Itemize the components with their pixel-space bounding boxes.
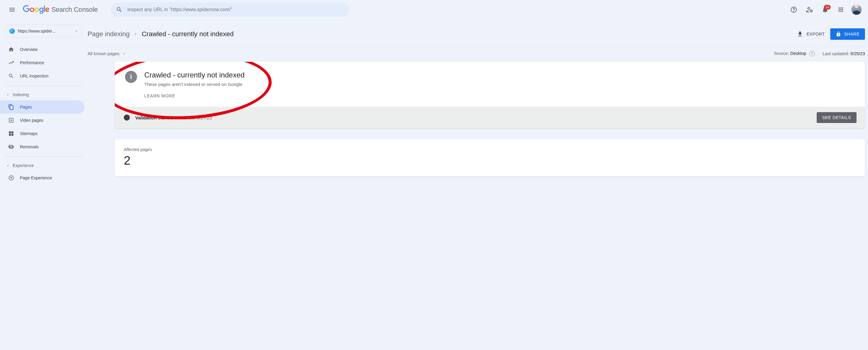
nav-performance[interactable]: Performance xyxy=(0,56,85,69)
breadcrumb-parent[interactable]: Page indexing xyxy=(88,30,129,38)
validation-status: Validation started xyxy=(135,115,173,120)
affected-label: Affected pages xyxy=(124,147,856,152)
nav-pages[interactable]: Pages xyxy=(0,100,85,114)
info-icon: i xyxy=(125,71,137,83)
nav-label: Video pages xyxy=(20,118,43,123)
filter-label: All known pages xyxy=(88,51,120,56)
help-tooltip-icon[interactable]: ? xyxy=(809,51,815,57)
sidebar: https://www.spider... Overview Performan… xyxy=(0,19,88,350)
nav-label: URL inspection xyxy=(20,74,48,78)
notifications-button[interactable]: 14 xyxy=(818,3,832,16)
clock-icon xyxy=(123,114,130,121)
product-logo[interactable]: Search Console xyxy=(23,5,98,14)
property-url: https://www.spider... xyxy=(18,29,71,33)
nav-video-pages[interactable]: Video pages xyxy=(0,114,85,127)
google-logo-icon xyxy=(23,5,50,14)
export-button[interactable]: EXPORT xyxy=(797,31,825,37)
chevron-down-icon xyxy=(74,29,78,33)
users-settings-button[interactable] xyxy=(803,3,816,16)
validation-started-label: Started: xyxy=(180,115,196,120)
nav-page-experience[interactable]: Page Experience xyxy=(0,171,85,184)
apps-grid-icon xyxy=(838,6,844,13)
share-button[interactable]: SHARE xyxy=(830,28,865,40)
chevron-down-icon xyxy=(123,52,126,56)
section-label: Indexing xyxy=(13,92,29,97)
search-input[interactable] xyxy=(127,7,344,12)
status-title: Crawled - currently not indexed xyxy=(144,71,245,79)
breadcrumb-current: Crawled - currently not indexed xyxy=(142,30,234,38)
affected-pages-card: Affected pages 2 xyxy=(115,139,865,176)
nav-label: Pages xyxy=(20,105,32,109)
status-card: i Crawled - currently not indexed These … xyxy=(115,62,865,129)
nav-section-experience[interactable]: Experience xyxy=(0,160,88,171)
user-settings-icon xyxy=(806,6,813,13)
help-button[interactable] xyxy=(787,3,800,16)
home-icon xyxy=(8,46,14,53)
pages-icon xyxy=(8,104,14,110)
share-label: SHARE xyxy=(844,32,860,36)
page-filter-dropdown[interactable]: All known pages xyxy=(88,51,126,56)
nav-section-indexing[interactable]: Indexing xyxy=(0,89,88,100)
nav-label: Removals xyxy=(20,144,39,149)
learn-more-link[interactable]: LEARN MORE xyxy=(144,94,245,98)
chevron-right-icon xyxy=(134,32,137,36)
video-icon xyxy=(8,117,14,123)
updated-value: 9/25/23 xyxy=(850,51,865,56)
section-label: Experience xyxy=(13,163,34,168)
visibility-off-icon xyxy=(8,144,14,150)
search-icon xyxy=(116,6,123,13)
status-subtitle: These pages aren't indexed or served on … xyxy=(144,82,245,87)
sitemap-icon xyxy=(8,131,14,137)
help-icon xyxy=(790,6,797,13)
nav-overview[interactable]: Overview xyxy=(0,43,85,56)
affected-count: 2 xyxy=(124,154,856,167)
see-details-button[interactable]: SEE DETAILS xyxy=(817,112,857,123)
globe-icon xyxy=(9,28,15,34)
account-button[interactable] xyxy=(850,3,863,16)
nav-removals[interactable]: Removals xyxy=(0,140,85,153)
header-actions: 14 xyxy=(787,3,863,16)
download-icon xyxy=(797,31,803,37)
validation-started-date: 9/27/23 xyxy=(197,115,212,120)
meta-info: Source: Desktop ? Last updated: 9/25/23 xyxy=(774,51,865,57)
nav-sitemaps[interactable]: Sitemaps xyxy=(0,127,85,140)
source-label: Source: xyxy=(774,51,789,56)
search-bar[interactable] xyxy=(111,2,349,17)
breadcrumb: Page indexing Crawled - currently not in… xyxy=(88,30,234,38)
nav-label: Page Experience xyxy=(20,175,52,180)
hamburger-icon xyxy=(8,6,16,13)
nav-label: Sitemaps xyxy=(20,131,37,136)
chevron-down-icon xyxy=(6,164,10,168)
chevron-down-icon xyxy=(6,93,10,97)
main-content: Page indexing Crawled - currently not in… xyxy=(88,19,868,350)
nav-url-inspection[interactable]: URL inspection xyxy=(0,69,85,82)
notification-badge: 14 xyxy=(824,5,831,10)
updated-label: Last updated: xyxy=(823,51,849,56)
source-value: Desktop xyxy=(790,51,806,56)
avatar-icon xyxy=(851,4,862,15)
menu-button[interactable] xyxy=(5,2,19,17)
circle-plus-icon xyxy=(8,175,14,181)
export-label: EXPORT xyxy=(806,32,825,36)
nav-label: Overview xyxy=(20,47,37,52)
product-name: Search Console xyxy=(51,6,98,13)
apps-button[interactable] xyxy=(834,3,847,16)
search-small-icon xyxy=(8,73,14,79)
property-selector[interactable]: https://www.spider... xyxy=(5,25,83,37)
lock-icon xyxy=(836,31,841,37)
validation-bar: Validation started Started: 9/27/23 SEE … xyxy=(115,107,865,129)
app-header: Search Console 14 xyxy=(0,0,868,19)
trend-icon xyxy=(8,60,14,66)
nav-label: Performance xyxy=(20,60,44,65)
